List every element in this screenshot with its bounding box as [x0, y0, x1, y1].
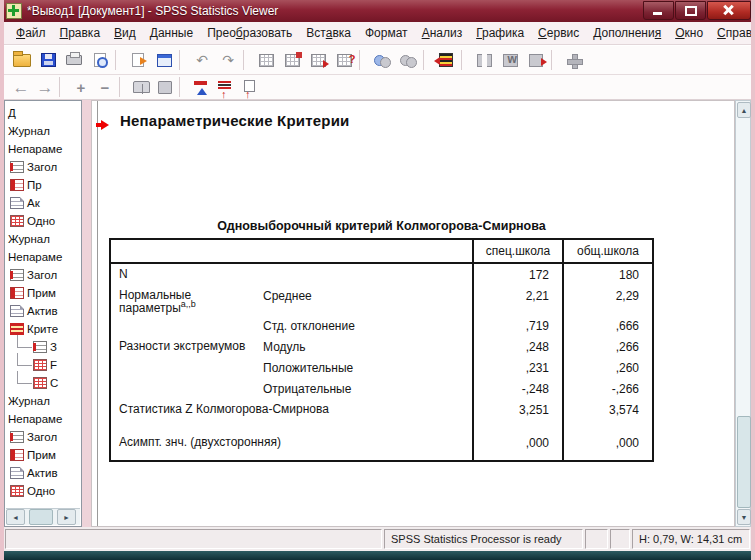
menu-item-format[interactable]: Формат [358, 24, 415, 42]
undo-button[interactable]: ↶ [189, 48, 215, 72]
print-button[interactable] [61, 48, 87, 72]
scroll-down-button[interactable]: ▼ [737, 509, 751, 525]
show-output-button[interactable] [129, 77, 153, 98]
go-forward-button[interactable]: → [33, 77, 57, 98]
tree-item[interactable]: Д [5, 104, 81, 122]
menu-item-analyze[interactable]: Анализ [415, 24, 470, 42]
split-file-button[interactable] [471, 48, 497, 72]
recall-dialogs-button[interactable] [151, 48, 177, 72]
table-row: Положительные,231,260 [111, 357, 652, 378]
pivot-table-object[interactable]: Одновыборочный критерий Колмогорова-Смир… [109, 219, 669, 462]
go-back-icon: ← [12, 80, 30, 95]
content-vscrollbar[interactable]: ▲ ▼ [735, 100, 751, 527]
scroll-right-button[interactable]: ► [57, 509, 76, 525]
menu-item-help[interactable]: Справка [710, 24, 755, 42]
pane-splitter[interactable] [82, 100, 91, 527]
table-cell [562, 420, 652, 432]
menu-item-addons[interactable]: Дополнения [586, 24, 668, 42]
open-button[interactable] [9, 48, 35, 72]
tree-item[interactable]: Непараме [5, 410, 81, 428]
hide-output-icon [158, 81, 172, 94]
insert-text-button[interactable] [237, 77, 261, 98]
title-bar[interactable]: *Вывод1 [Документ1] - SPSS Statistics Vi… [0, 0, 755, 22]
output-heading: Непараметрические Критерии [120, 112, 350, 129]
output-pane: Непараметрические Критерии Одновыборочны… [91, 100, 735, 527]
outline-toolbar: ←→+− [4, 75, 751, 100]
tree-item[interactable]: Журнал [5, 230, 81, 248]
redo-button[interactable]: ↷ [215, 48, 241, 72]
save-button[interactable] [35, 48, 61, 72]
main-toolbar: ↶↷ [4, 46, 751, 75]
weight-cases-button[interactable] [497, 48, 523, 72]
print-preview-button[interactable] [87, 48, 113, 72]
go-forward-icon: → [36, 80, 54, 95]
journal-button[interactable] [433, 48, 459, 72]
hscroll-thumb[interactable] [29, 509, 53, 525]
value-cell: 2,21 [472, 285, 562, 315]
select-cases-icon [529, 54, 543, 67]
tree-item[interactable]: Прим [5, 446, 81, 464]
outline-hscrollbar[interactable]: ◄ ► [6, 508, 80, 525]
tree-item[interactable]: Журнал [5, 392, 81, 410]
select-last-output-button[interactable] [369, 48, 395, 72]
tree-item[interactable]: Актив [5, 464, 81, 482]
outline-collapse-button[interactable] [189, 77, 213, 98]
goto-variable-icon [311, 54, 326, 67]
menu-item-data[interactable]: Данные [143, 24, 200, 42]
tree-item[interactable]: Журнал [5, 122, 81, 140]
tree-item[interactable]: Загол [5, 428, 81, 446]
go-back-button[interactable]: ← [9, 77, 33, 98]
tree-item[interactable]: Непараме [5, 248, 81, 266]
recall-dialogs-icon [157, 54, 172, 67]
tree-item-label: Загол [27, 269, 57, 281]
tree-item[interactable]: Пр [5, 176, 81, 194]
tree-item-label: Одно [27, 485, 55, 497]
menu-item-transform[interactable]: Преобразовать [200, 24, 299, 42]
goto-variable-button[interactable] [305, 48, 331, 72]
tree-item[interactable]: Загол [5, 266, 81, 284]
vscroll-thumb[interactable] [737, 416, 751, 508]
menu-item-file[interactable]: Файл [9, 24, 53, 42]
tree-item[interactable]: С [5, 374, 81, 392]
hide-output-button[interactable] [153, 77, 177, 98]
menu-item-insert[interactable]: Вставка [299, 24, 358, 42]
insert-heading-icon [216, 80, 234, 95]
menu-item-graphs[interactable]: Графика [469, 24, 531, 42]
menu-item-view[interactable]: Вид [107, 24, 143, 42]
table-icon [33, 377, 47, 389]
tree-item[interactable]: Непараме [5, 140, 81, 158]
tree-item-label: Д [8, 107, 16, 119]
designate-window-button[interactable] [395, 48, 421, 72]
tree-item[interactable]: Одно [5, 212, 81, 230]
toolbar-separator [59, 77, 67, 97]
insert-heading-button[interactable] [213, 77, 237, 98]
title-icon [10, 431, 24, 443]
select-cases-button[interactable] [523, 48, 549, 72]
ks-test-table: спец.школа общ.школа N172180Нормальные п… [109, 238, 654, 462]
menu-item-edit[interactable]: Правка [53, 24, 108, 42]
menu-item-window[interactable]: Окно [668, 24, 710, 42]
close-button[interactable] [707, 1, 751, 20]
tree-item[interactable]: Одно [5, 482, 81, 500]
maximize-button[interactable] [675, 1, 706, 20]
table-icon [33, 359, 47, 371]
value-cell: ,260 [562, 357, 652, 378]
tree-item-label: Актив [27, 467, 58, 479]
content-margin-line [97, 101, 98, 526]
tree-item-label: Непараме [8, 143, 62, 155]
export-button[interactable] [125, 48, 151, 72]
goto-case-button[interactable] [279, 48, 305, 72]
tree-item[interactable]: Актив [5, 302, 81, 320]
goto-data-button[interactable] [253, 48, 279, 72]
tree-item[interactable]: Ак [5, 194, 81, 212]
menu-item-utilities[interactable]: Сервис [531, 24, 586, 42]
collapse-button[interactable]: − [93, 77, 117, 98]
tree-item[interactable]: Загол [5, 158, 81, 176]
scroll-up-button[interactable]: ▲ [737, 102, 751, 118]
variables-info-button[interactable] [331, 48, 357, 72]
scroll-left-button[interactable]: ◄ [6, 509, 25, 525]
minimize-button[interactable] [643, 1, 674, 20]
value-labels-button[interactable] [561, 48, 587, 72]
tree-item[interactable]: Прим [5, 284, 81, 302]
expand-button[interactable]: + [69, 77, 93, 98]
